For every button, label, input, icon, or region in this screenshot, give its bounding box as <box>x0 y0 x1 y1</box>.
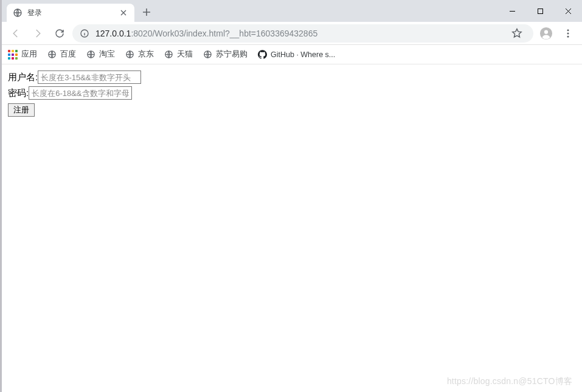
username-label: 用户名: <box>8 72 38 83</box>
register-button[interactable]: 注册 <box>8 103 35 117</box>
svg-point-6 <box>567 32 569 34</box>
forward-button[interactable] <box>29 24 47 43</box>
browser-tab[interactable]: 登录 <box>7 4 134 22</box>
svg-point-7 <box>567 35 569 37</box>
url-path: /Work03/index.html?__hbt=1603369432865 <box>152 29 317 38</box>
bookmark-item[interactable]: 天猫 <box>164 49 193 60</box>
password-label: 密码: <box>8 88 29 99</box>
bookmark-item[interactable]: 京东 <box>125 49 154 60</box>
globe-icon <box>164 50 173 60</box>
bookmark-star-button[interactable] <box>508 24 526 43</box>
bookmark-item[interactable]: GitHub · Where s... <box>257 50 335 60</box>
bookmark-label: GitHub · Where s... <box>271 50 335 59</box>
url-port: :8020 <box>131 29 152 38</box>
apps-shortcut[interactable]: 应用 <box>8 49 37 60</box>
bookmark-label: 百度 <box>60 49 76 60</box>
bookmarks-bar: 应用 百度 淘宝 京东 天猫 <box>2 45 582 64</box>
window-minimize-button[interactable] <box>498 2 526 20</box>
bookmark-item[interactable]: 苏宁易购 <box>203 49 248 60</box>
url-text: 127.0.0.1:8020/Work03/index.html?__hbt=1… <box>95 29 502 38</box>
globe-icon <box>203 50 212 60</box>
password-input[interactable] <box>29 86 132 100</box>
apps-grid-icon <box>8 50 18 60</box>
bookmark-item[interactable]: 百度 <box>47 49 76 60</box>
username-row: 用户名: <box>8 70 576 84</box>
password-row: 密码: <box>8 86 576 100</box>
bookmark-item[interactable]: 淘宝 <box>86 49 115 60</box>
globe-icon <box>13 8 23 18</box>
svg-point-5 <box>567 29 569 31</box>
globe-icon <box>86 50 95 60</box>
tab-close-button[interactable] <box>119 8 128 18</box>
titlebar: 登录 <box>2 0 582 22</box>
address-bar[interactable]: 127.0.0.1:8020/Work03/index.html?__hbt=1… <box>72 24 533 43</box>
bookmark-label: 京东 <box>138 49 154 60</box>
reload-button[interactable] <box>50 24 69 43</box>
url-host: 127.0.0.1 <box>95 29 131 38</box>
back-button[interactable] <box>7 24 25 43</box>
username-input[interactable] <box>38 70 141 84</box>
page-content: 用户名: 密码: 注册 https://blog.csdn.n@51CTO博客 <box>2 64 582 392</box>
globe-icon <box>47 50 57 60</box>
window-controls <box>498 0 582 22</box>
profile-button[interactable] <box>537 24 555 43</box>
new-tab-button[interactable] <box>138 4 155 21</box>
apps-label: 应用 <box>21 49 37 60</box>
window-close-button[interactable] <box>554 2 582 20</box>
svg-rect-1 <box>538 9 542 13</box>
watermark-text: https://blog.csdn.n@51CTO博客 <box>447 376 572 387</box>
menu-button[interactable] <box>559 24 577 43</box>
window-maximize-button[interactable] <box>526 2 554 20</box>
tab-strip: 登录 <box>7 4 498 22</box>
toolbar: 127.0.0.1:8020/Work03/index.html?__hbt=1… <box>2 22 582 45</box>
svg-point-4 <box>544 30 548 33</box>
globe-icon <box>125 50 134 60</box>
bookmark-label: 淘宝 <box>99 49 115 60</box>
github-icon <box>257 50 267 60</box>
bookmark-label: 天猫 <box>177 49 193 60</box>
site-info-icon[interactable] <box>80 29 89 38</box>
bookmark-label: 苏宁易购 <box>216 49 248 60</box>
tab-title: 登录 <box>27 8 114 18</box>
